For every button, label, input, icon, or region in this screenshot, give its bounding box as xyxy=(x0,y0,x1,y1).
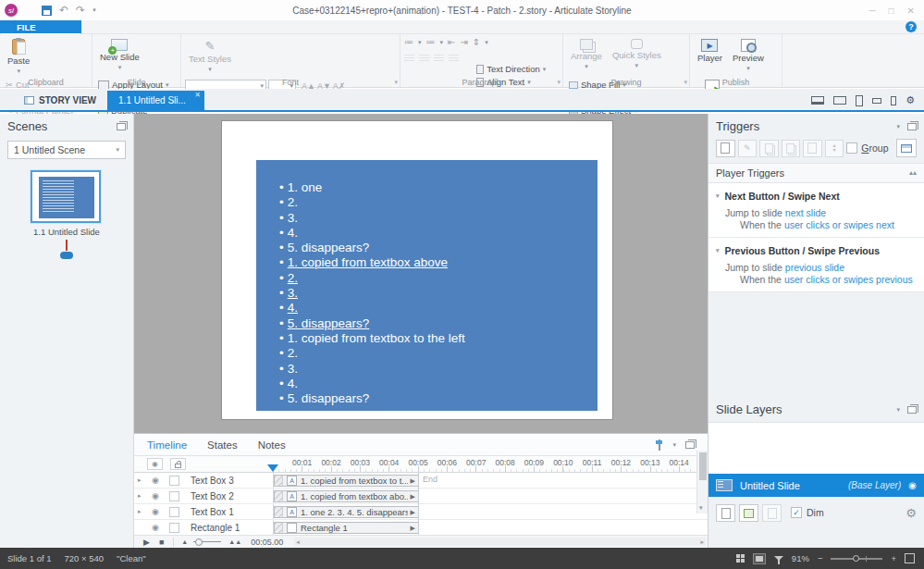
zoom-in-button[interactable]: + xyxy=(891,553,896,563)
trigger-action-link[interactable]: previous slide xyxy=(785,262,844,273)
create-trigger-button[interactable] xyxy=(716,140,735,157)
player-settings-gear-icon[interactable]: ⚙ xyxy=(906,94,915,106)
slide-canvas[interactable]: •1. one •2. •3. •4. •5. disappears? •1. … xyxy=(134,114,708,433)
maximize-button[interactable]: □ xyxy=(889,6,894,16)
trigger-action-link[interactable]: next slide xyxy=(785,207,826,218)
help-icon[interactable]: ? xyxy=(906,21,917,32)
group-checkbox[interactable]: Group xyxy=(846,142,888,154)
slide-text-line[interactable]: •4. xyxy=(279,226,590,241)
text-styles-button[interactable]: ✎ Text Styles ▾ xyxy=(185,37,235,80)
show-all-eye-icon[interactable]: ◉ xyxy=(147,458,163,470)
timeline-object-bar[interactable]: Rectangle 1 ▶ xyxy=(274,522,419,534)
trigger-action-row[interactable]: Jump to slide next slide xyxy=(708,205,924,218)
bar-extend-arrow-icon[interactable]: ▶ xyxy=(408,477,418,485)
layer-row-selected[interactable]: Untitled Slide (Base Layer) ◉ xyxy=(708,474,924,497)
layers-dock-icon[interactable] xyxy=(907,406,917,414)
bullets-button[interactable]: ≔ xyxy=(404,37,413,47)
row-expander-icon[interactable]: ▸ xyxy=(138,508,147,515)
tab-close-icon[interactable]: ✕ xyxy=(194,91,201,99)
trigger-collapse-caret-icon[interactable]: ▾ xyxy=(716,247,720,254)
trigger-when-row[interactable]: When the user clicks or swipes next xyxy=(708,218,924,230)
row-track[interactable]: A 1. copied from textbox abo... ▶ xyxy=(273,489,696,503)
row-lock-checkbox[interactable] xyxy=(169,507,179,517)
timeline-zoom-in-icon[interactable]: ▲▲ xyxy=(228,538,241,545)
fit-to-window-funnel-icon[interactable] xyxy=(774,556,783,561)
slide-text-line[interactable]: •2. xyxy=(279,346,590,361)
trigger-when-row[interactable]: When the user clicks or swipes previous xyxy=(708,273,924,285)
player-button[interactable]: ▶ Player xyxy=(694,37,726,78)
timeline-vertical-scrollbar[interactable]: ▾ xyxy=(696,451,708,513)
stop-button[interactable]: ■ xyxy=(159,538,164,547)
row-expander-icon[interactable]: ▸ xyxy=(138,492,147,500)
bar-extend-arrow-icon[interactable]: ▶ xyxy=(408,493,418,501)
arrange-button[interactable]: Arrange ▾ xyxy=(567,37,606,78)
row-eye-icon[interactable]: ◉ xyxy=(147,523,164,532)
duplicate-layer-button[interactable] xyxy=(739,504,758,522)
paste-trigger-button[interactable] xyxy=(782,140,801,157)
timeline-row[interactable]: ▸ ◉ Text Box 3 A 1. copied from textbox … xyxy=(134,473,708,489)
trigger-when-link[interactable]: user clicks or swipes xyxy=(784,274,873,285)
row-lock-checkbox[interactable] xyxy=(169,491,179,501)
tab-slide-editor[interactable]: 1.1 Untitled Sli... ✕ xyxy=(107,91,204,110)
link-indicator-icon[interactable] xyxy=(60,252,73,259)
row-expander-icon[interactable]: ▸ xyxy=(138,476,147,484)
slide-text-line[interactable]: •3. xyxy=(279,211,590,226)
phone-preview-icon[interactable] xyxy=(891,96,896,105)
slide-text-line[interactable]: •1. copied from textbox to the left xyxy=(279,331,590,346)
trigger-action-row[interactable]: Jump to slide previous slide xyxy=(708,260,924,273)
redo-icon[interactable]: ↷ xyxy=(76,4,85,17)
align-right-button[interactable] xyxy=(434,55,444,62)
zoom-slider-knob[interactable] xyxy=(853,555,859,562)
tablet-landscape-preview-icon[interactable] xyxy=(872,98,881,104)
ribbon-tab[interactable]: FILE xyxy=(0,20,81,33)
rectangle-1-shape[interactable]: •1. one •2. •3. •4. •5. disappears? •1. … xyxy=(256,160,598,411)
bar-extend-arrow-icon[interactable]: ▶ xyxy=(408,509,418,516)
slide-stage[interactable]: •1. one •2. •3. •4. •5. disappears? •1. … xyxy=(222,121,612,419)
bar-extend-arrow-icon[interactable]: ▶ xyxy=(408,525,418,532)
scene-dropdown[interactable]: 1 Untitled Scene ▾ xyxy=(7,141,126,159)
drawing-dialog-launcher[interactable]: ▾ xyxy=(684,79,687,86)
dim-checkbox-box[interactable]: ✓ xyxy=(791,507,802,518)
lock-all-icon[interactable] xyxy=(170,458,186,470)
timeline-object-bar[interactable]: A 1. copied from textbox to t... ▶ xyxy=(274,475,419,487)
collapse-all-icon[interactable]: ▴▴ xyxy=(909,171,917,175)
slide-text-line[interactable]: •1. copied from textbox above xyxy=(279,255,590,270)
trigger-when-object-link[interactable]: previous xyxy=(876,274,913,285)
desktop-preview-icon[interactable] xyxy=(833,96,846,105)
row-track[interactable]: A 1. copied from textbox to t... ▶ xyxy=(273,473,696,488)
zoom-percentage[interactable]: 91% xyxy=(792,553,809,563)
trigger-group-header[interactable]: ▾ Previous Button / Swipe Previous xyxy=(708,243,924,260)
increase-indent-button[interactable]: ⇥ xyxy=(460,37,466,47)
timeline-row[interactable]: ▸ ◉ Text Box 1 A 1. one 2. 3. 4. 5. disa… xyxy=(134,504,708,520)
undo-icon[interactable]: ↶ xyxy=(59,4,68,17)
quick-styles-button[interactable]: Quick Styles ▾ xyxy=(609,37,665,78)
trigger-collapse-caret-icon[interactable]: ▾ xyxy=(716,192,720,200)
new-layer-button[interactable] xyxy=(716,504,735,522)
trigger-when-object-link[interactable]: next xyxy=(876,219,894,230)
laptop-preview-icon[interactable] xyxy=(811,96,824,105)
vscroll-thumb[interactable] xyxy=(699,452,707,480)
timeline-horizontal-scrollbar[interactable]: ◂ ▸ xyxy=(294,538,706,546)
minimize-button[interactable]: ─ xyxy=(869,6,875,16)
align-left-button[interactable] xyxy=(404,55,414,62)
slide-text-line[interactable]: •2. xyxy=(279,195,590,210)
row-eye-icon[interactable]: ◉ xyxy=(147,507,164,516)
zoom-slider[interactable] xyxy=(831,558,882,560)
play-button[interactable]: ▶ xyxy=(143,538,150,547)
timeline-object-bar[interactable]: A 1. one 2. 3. 4. 5. disappears? ▶ xyxy=(274,506,419,518)
panel-dock-icon[interactable] xyxy=(117,123,126,130)
slide-text-line[interactable]: •2. xyxy=(279,271,590,286)
slide-text-line[interactable]: •3. xyxy=(279,362,590,377)
row-eye-icon[interactable]: ◉ xyxy=(147,476,164,485)
paste-button[interactable]: Paste ▾ xyxy=(4,37,33,78)
triggers-menu-caret-icon[interactable]: ▾ xyxy=(896,123,900,130)
slide-text-line[interactable]: •4. xyxy=(279,377,590,391)
slide-text-line[interactable]: •3. xyxy=(279,286,590,301)
qat-customize-caret-icon[interactable]: ▾ xyxy=(92,6,96,14)
hscroll-right-arrow-icon[interactable]: ▸ xyxy=(700,538,704,546)
timeline-zoom-out-icon[interactable]: ▲ xyxy=(181,538,188,545)
playhead-marker[interactable] xyxy=(267,464,278,472)
align-center-button[interactable] xyxy=(419,55,429,62)
slide-thumbnail[interactable] xyxy=(31,170,101,223)
story-view-toggle-icon[interactable] xyxy=(736,554,745,563)
